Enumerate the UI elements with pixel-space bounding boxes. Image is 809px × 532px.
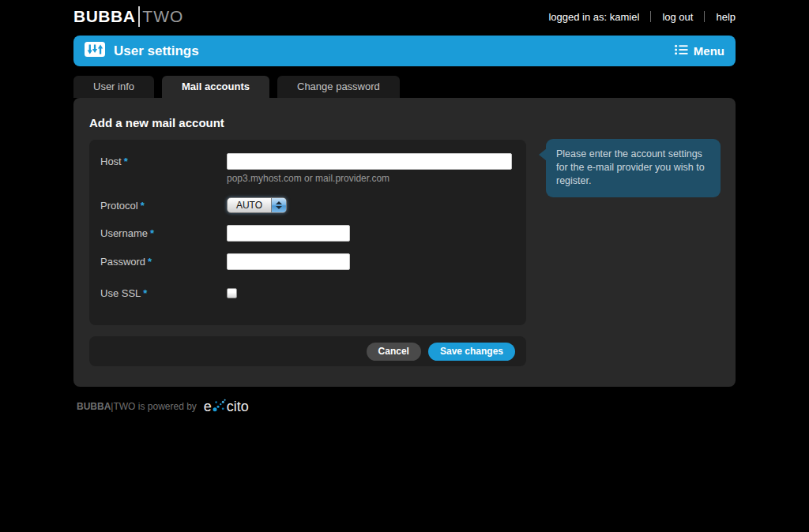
help-link[interactable]: help <box>716 11 736 23</box>
protocol-select[interactable]: AUTO <box>227 197 287 213</box>
footer: BUBBA|TWO is powered by e cito <box>77 397 809 416</box>
excito-logo-cito: cito <box>227 399 249 415</box>
logo-secondary: TWO <box>142 7 183 26</box>
username-row: Username* <box>100 225 526 242</box>
host-row: Host* <box>100 153 526 170</box>
password-input[interactable] <box>227 253 350 270</box>
excito-logo-e: e <box>204 399 212 415</box>
use-ssl-row: Use SSL* <box>100 287 526 299</box>
app-logo: BUBBA TWO <box>73 6 183 27</box>
username-input[interactable] <box>227 225 350 242</box>
logged-in-as-text: logged in as: kamiel <box>548 11 639 23</box>
required-marker: * <box>124 155 128 167</box>
tooltip-text: Please enter the account settings for th… <box>556 148 705 186</box>
form-actions-bar: Cancel Save changes <box>89 336 526 366</box>
page-title: User settings <box>114 43 675 59</box>
form-heading: Add a new mail account <box>73 98 736 129</box>
use-ssl-label: Use SSL* <box>100 287 227 299</box>
session-links: logged in as: kamiel log out help <box>548 11 736 23</box>
save-changes-button[interactable]: Save changes <box>428 343 515 361</box>
mail-accounts-panel: Add a new mail account Host* pop3.myhost… <box>73 98 736 387</box>
page-header-bar: User settings Menu <box>73 36 736 66</box>
cancel-button[interactable]: Cancel <box>367 343 421 361</box>
host-hint: pop3.myhost.com or mail.provider.com <box>227 173 526 184</box>
tab-bar: User info Mail accounts Change password <box>73 76 736 98</box>
separator <box>650 11 651 22</box>
logo-primary: BUBBA <box>73 7 135 26</box>
top-bar: BUBBA TWO logged in as: kamiel log out h… <box>73 0 736 33</box>
protocol-selected-value: AUTO <box>228 198 271 212</box>
tab-mail-accounts[interactable]: Mail accounts <box>162 76 269 98</box>
required-marker: * <box>150 227 154 239</box>
tooltip-arrow-icon <box>539 148 547 161</box>
menu-button[interactable]: Menu <box>675 44 724 58</box>
logo-divider <box>138 6 140 27</box>
separator <box>704 11 705 22</box>
excito-logo: e cito <box>204 397 249 416</box>
protocol-row: Protocol* AUTO <box>100 197 526 213</box>
mail-account-form: Host* pop3.myhost.com or mail.provider.c… <box>89 140 526 325</box>
log-out-link[interactable]: log out <box>662 11 693 23</box>
use-ssl-checkbox[interactable] <box>227 288 237 298</box>
password-label: Password* <box>100 256 227 268</box>
required-marker: * <box>143 287 147 299</box>
menu-list-icon <box>675 44 688 58</box>
required-marker: * <box>148 256 152 268</box>
host-input[interactable] <box>227 153 512 170</box>
required-marker: * <box>141 200 145 212</box>
excito-star-icon <box>212 397 227 416</box>
protocol-label: Protocol* <box>100 200 227 212</box>
powered-by-text: BUBBA|TWO is powered by <box>77 401 197 412</box>
tab-user-info[interactable]: User info <box>73 76 154 98</box>
menu-label: Menu <box>694 44 724 58</box>
username-label: Username* <box>100 227 227 239</box>
select-stepper-icon <box>271 198 286 212</box>
tab-change-password[interactable]: Change password <box>277 76 400 98</box>
password-row: Password* <box>100 253 526 270</box>
user-settings-icon <box>85 42 105 60</box>
host-label: Host* <box>100 155 227 167</box>
help-tooltip: Please enter the account settings for th… <box>546 139 721 197</box>
